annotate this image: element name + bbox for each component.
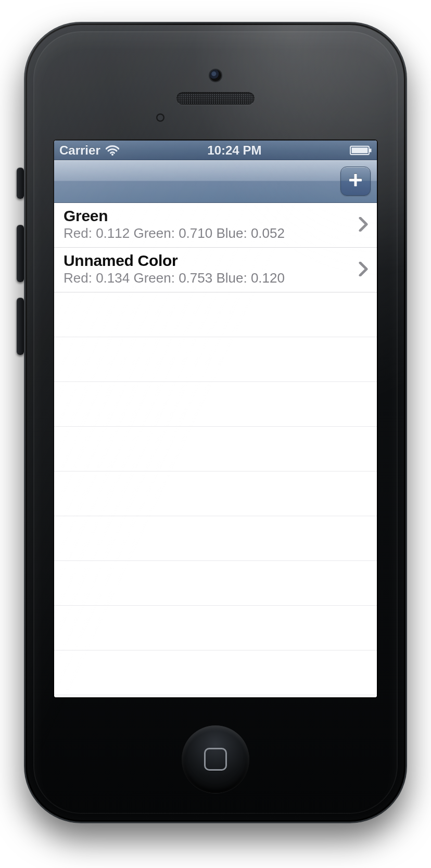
home-square-icon xyxy=(204,748,227,771)
carrier-label: Carrier xyxy=(59,143,100,158)
color-table[interactable]: Green Red: 0.112 Green: 0.710 Blue: 0.05… xyxy=(54,203,377,697)
table-row[interactable]: Unnamed Color Red: 0.134 Green: 0.753 Bl… xyxy=(54,248,377,292)
volume-down-button[interactable] xyxy=(17,298,24,355)
empty-row xyxy=(54,292,377,337)
screen: Carrier 10:24 PM xyxy=(54,141,377,697)
row-subtitle: Red: 0.112 Green: 0.710 Blue: 0.052 xyxy=(64,225,351,241)
earpiece-speaker xyxy=(176,92,255,105)
svg-rect-5 xyxy=(349,179,362,182)
mute-switch[interactable] xyxy=(17,168,24,199)
empty-row xyxy=(54,427,377,471)
clock-label: 10:24 PM xyxy=(207,143,261,158)
empty-row xyxy=(54,516,377,561)
plus-icon xyxy=(348,172,363,190)
svg-rect-2 xyxy=(352,147,368,153)
empty-row xyxy=(54,606,377,650)
proximity-sensor xyxy=(156,113,164,122)
chevron-right-icon xyxy=(358,262,369,278)
chevron-right-icon xyxy=(358,217,369,234)
table-row[interactable]: Green Red: 0.112 Green: 0.710 Blue: 0.05… xyxy=(54,203,377,248)
add-button[interactable] xyxy=(340,167,371,196)
home-button[interactable] xyxy=(182,725,249,793)
empty-row xyxy=(54,337,377,382)
empty-row xyxy=(54,650,377,695)
front-camera xyxy=(210,70,221,81)
empty-row xyxy=(54,382,377,427)
navigation-bar xyxy=(54,160,377,203)
row-title: Green xyxy=(64,207,351,224)
iphone-device-frame: Carrier 10:24 PM xyxy=(24,22,407,823)
svg-rect-3 xyxy=(370,148,372,152)
svg-point-0 xyxy=(111,154,113,156)
volume-up-button[interactable] xyxy=(17,225,24,282)
empty-row xyxy=(54,471,377,516)
empty-row xyxy=(54,561,377,606)
status-bar: Carrier 10:24 PM xyxy=(54,141,377,160)
wifi-icon xyxy=(106,145,119,156)
empty-row xyxy=(54,695,377,697)
battery-icon xyxy=(350,146,372,155)
row-subtitle: Red: 0.134 Green: 0.753 Blue: 0.120 xyxy=(64,270,351,286)
row-title: Unnamed Color xyxy=(64,252,351,269)
